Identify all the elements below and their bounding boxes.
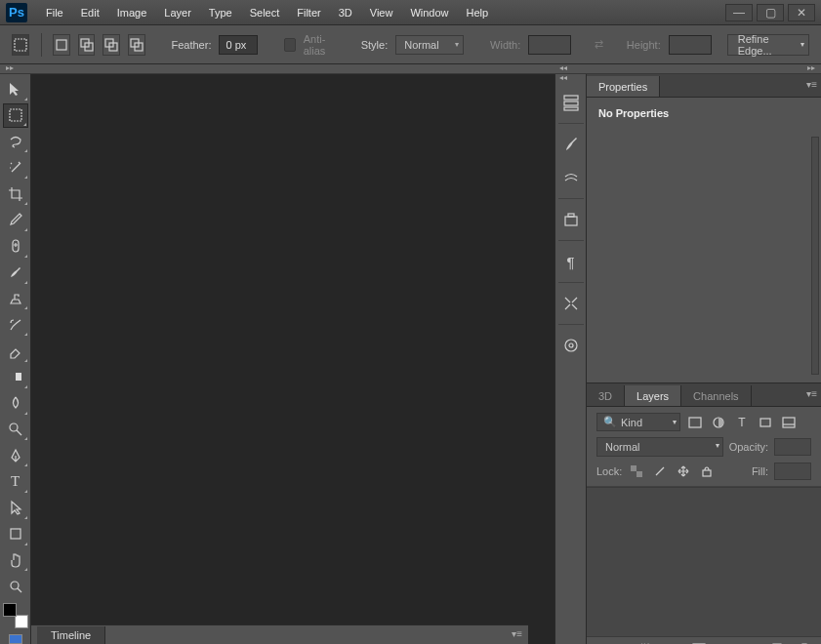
brush-tool[interactable] bbox=[3, 261, 28, 285]
menu-select[interactable]: Select bbox=[241, 3, 289, 22]
tool-preset-icon[interactable] bbox=[12, 34, 29, 56]
layers-list[interactable] bbox=[587, 487, 821, 637]
svg-point-12 bbox=[10, 423, 18, 431]
layers-panel: 3D Layers Channels ▾≡ 🔍 Kind T bbox=[587, 383, 821, 644]
properties-body bbox=[587, 129, 821, 382]
type-tool[interactable]: T bbox=[3, 469, 28, 494]
fill-input[interactable] bbox=[774, 463, 811, 480]
tab-timeline[interactable]: Timeline bbox=[37, 626, 105, 644]
lasso-tool[interactable] bbox=[3, 130, 28, 154]
main-area: T ◂◂ ¶ Properties ▾≡ bbox=[0, 74, 821, 644]
hand-tool[interactable] bbox=[3, 548, 28, 573]
fill-label: Fill: bbox=[752, 465, 768, 477]
svg-rect-27 bbox=[636, 471, 642, 477]
menu-view[interactable]: View bbox=[361, 3, 402, 22]
menu-image[interactable]: Image bbox=[108, 3, 156, 22]
expand-strip[interactable]: ▸▸ ◂◂ ▸▸ bbox=[0, 64, 821, 74]
background-swatch[interactable] bbox=[15, 615, 28, 628]
menu-bar: Ps File Edit Image Layer Type Select Fil… bbox=[0, 0, 821, 25]
tab-layers[interactable]: Layers bbox=[625, 385, 681, 406]
brush-presets-panel-icon[interactable] bbox=[558, 164, 584, 191]
lock-position-icon[interactable] bbox=[675, 463, 692, 479]
svg-point-14 bbox=[11, 582, 19, 589]
lock-all-icon[interactable] bbox=[698, 463, 716, 479]
path-selection-tool[interactable] bbox=[3, 496, 28, 520]
subtract-selection-icon[interactable] bbox=[103, 34, 120, 56]
blur-tool[interactable] bbox=[3, 391, 28, 416]
foreground-swatch[interactable] bbox=[3, 603, 17, 617]
lock-transparency-icon[interactable] bbox=[628, 463, 645, 479]
filter-type-icon[interactable]: T bbox=[733, 415, 751, 430]
crop-tool[interactable] bbox=[3, 181, 28, 206]
opacity-input[interactable] bbox=[774, 438, 811, 456]
eyedropper-tool[interactable] bbox=[3, 208, 28, 232]
filter-smart-icon[interactable] bbox=[780, 415, 798, 430]
menu-window[interactable]: Window bbox=[401, 3, 457, 22]
menu-help[interactable]: Help bbox=[458, 3, 498, 22]
menu-type[interactable]: Type bbox=[200, 3, 241, 22]
history-brush-tool[interactable] bbox=[3, 312, 28, 337]
svg-rect-15 bbox=[564, 96, 578, 100]
panel-menu-icon[interactable]: ▾≡ bbox=[512, 628, 522, 639]
tool-panel: T bbox=[0, 74, 31, 644]
eraser-tool[interactable] bbox=[3, 339, 28, 363]
healing-brush-tool[interactable] bbox=[3, 234, 28, 259]
panel-menu-icon[interactable]: ▾≡ bbox=[806, 79, 817, 90]
color-swatches[interactable] bbox=[3, 603, 28, 628]
zoom-tool[interactable] bbox=[3, 574, 28, 598]
history-panel-icon[interactable] bbox=[558, 89, 584, 116]
search-icon: 🔍 bbox=[603, 416, 617, 428]
paragraph-panel-icon[interactable]: ¶ bbox=[558, 248, 584, 275]
feather-input[interactable]: 0 px bbox=[219, 35, 258, 55]
shape-tool[interactable] bbox=[3, 522, 28, 546]
minimize-button[interactable]: — bbox=[725, 4, 753, 21]
add-selection-icon[interactable] bbox=[78, 34, 96, 56]
antialias-checkbox[interactable] bbox=[284, 38, 295, 52]
clone-source-panel-icon[interactable] bbox=[558, 206, 584, 233]
lock-pixels-icon[interactable] bbox=[651, 463, 669, 479]
brush-panel-icon[interactable] bbox=[558, 131, 584, 158]
feather-label: Feather: bbox=[171, 39, 211, 51]
pen-tool[interactable] bbox=[3, 443, 28, 467]
blend-mode-dropdown[interactable]: Normal bbox=[596, 437, 723, 457]
layer-filter-kind[interactable]: 🔍 Kind bbox=[596, 413, 680, 431]
move-tool[interactable] bbox=[3, 77, 28, 101]
menu-edit[interactable]: Edit bbox=[72, 3, 108, 22]
magic-wand-tool[interactable] bbox=[3, 155, 28, 180]
menu-filter[interactable]: Filter bbox=[288, 3, 329, 22]
filter-shape-icon[interactable] bbox=[757, 415, 774, 430]
marquee-tool[interactable] bbox=[3, 103, 28, 128]
filter-pixel-icon[interactable] bbox=[686, 415, 704, 430]
panel-menu-icon[interactable]: ▾≡ bbox=[806, 388, 817, 399]
refine-edge-button[interactable]: Refine Edge... bbox=[727, 34, 809, 56]
close-button[interactable]: ✕ bbox=[788, 4, 815, 21]
menu-3d[interactable]: 3D bbox=[330, 3, 361, 22]
filter-adjust-icon[interactable] bbox=[710, 415, 727, 430]
style-dropdown[interactable]: Normal bbox=[395, 35, 464, 55]
new-selection-icon[interactable] bbox=[53, 34, 70, 56]
height-label: Height: bbox=[627, 39, 661, 51]
tab-properties[interactable]: Properties bbox=[587, 76, 660, 97]
maximize-button[interactable]: ▢ bbox=[757, 4, 784, 21]
svg-rect-13 bbox=[11, 529, 21, 539]
svg-rect-24 bbox=[760, 419, 770, 426]
lock-label: Lock: bbox=[596, 465, 622, 477]
menu-layer[interactable]: Layer bbox=[155, 3, 200, 22]
properties-panel: Properties ▾≡ No Properties bbox=[587, 74, 821, 383]
intersect-selection-icon[interactable] bbox=[128, 34, 145, 56]
antialias-label: Anti-alias bbox=[304, 33, 338, 57]
clone-stamp-tool[interactable] bbox=[3, 287, 28, 311]
svg-rect-18 bbox=[565, 217, 577, 225]
dodge-tool[interactable] bbox=[3, 418, 28, 442]
app-logo: Ps bbox=[6, 3, 27, 22]
quick-mask-toggle[interactable] bbox=[9, 634, 22, 644]
separator bbox=[41, 33, 42, 57]
tab-3d[interactable]: 3D bbox=[587, 385, 625, 406]
gradient-tool[interactable] bbox=[3, 365, 28, 389]
swap-wh-icon[interactable]: ⇄ bbox=[595, 38, 603, 51]
tab-channels[interactable]: Channels bbox=[681, 385, 751, 406]
libraries-panel-icon[interactable] bbox=[558, 332, 584, 359]
document-canvas[interactable] bbox=[31, 74, 555, 644]
tools-panel-icon[interactable] bbox=[558, 290, 584, 317]
menu-file[interactable]: File bbox=[37, 3, 72, 22]
